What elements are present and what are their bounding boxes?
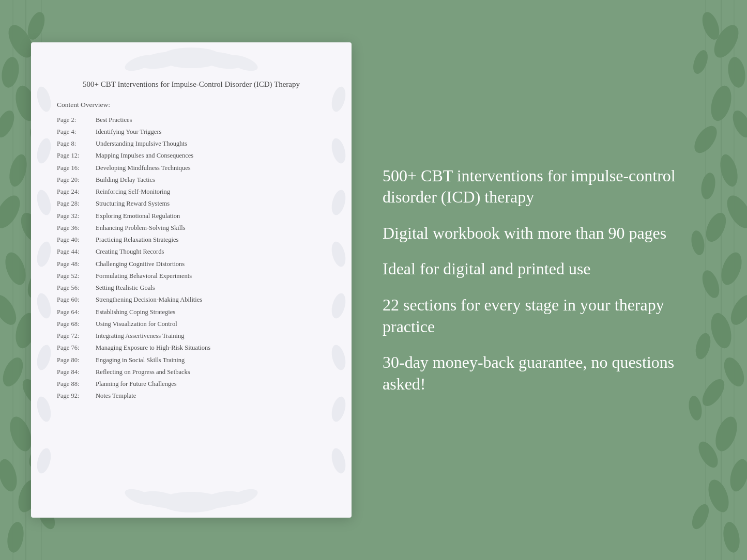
toc-page-title: Establishing Coping Strategies	[96, 307, 175, 318]
svg-point-60	[201, 49, 244, 71]
svg-point-81	[35, 447, 53, 475]
toc-page-title: Integrating Assertiveness Training	[96, 331, 185, 341]
toc-item: Page 40:Practicing Relaxation Strategies	[57, 234, 326, 246]
toc-page-title: Building Delay Tactics	[96, 175, 155, 185]
toc-page-number: Page 44:	[57, 246, 96, 257]
toc-item: Page 16:Developing Mindfulness Technique…	[57, 162, 326, 174]
svg-point-86	[329, 292, 348, 320]
toc-page-number: Page 72:	[57, 331, 96, 341]
toc-item: Page 4:Identifying Your Triggers	[57, 126, 326, 138]
toc-page-number: Page 64:	[57, 307, 96, 318]
toc-item: Page 84:Reflecting on Progress and Setba…	[57, 366, 326, 378]
toc-page-number: Page 56:	[57, 283, 96, 293]
content-overview-label: Content Overview:	[57, 101, 326, 109]
toc-page-title: Managing Exposure to High-Risk Situation…	[96, 343, 210, 353]
toc-page-title: Mapping Impulses and Consequences	[96, 150, 193, 161]
toc-page-title: Reinforcing Self-Monitoring	[96, 186, 170, 197]
toc-page-title: Exploring Emotional Regulation	[96, 211, 180, 222]
svg-point-69	[123, 487, 157, 508]
svg-point-62	[226, 52, 260, 73]
toc-page-title: Structuring Reward Systems	[96, 198, 170, 209]
toc-page-number: Page 28:	[57, 198, 96, 209]
toc-page-title: Identifying Your Triggers	[96, 127, 161, 137]
toc-item: Page 36:Enhancing Problem-Solving Skills	[57, 222, 326, 234]
svg-point-78	[35, 292, 53, 320]
toc-page-title: Creating Thought Records	[96, 246, 164, 257]
svg-point-73	[204, 502, 209, 507]
document-card: 500+ CBT Interventions for Impulse-Contr…	[31, 42, 352, 518]
toc-page-title: Strengthening Decision-Making Abilities	[96, 294, 202, 305]
toc-item: Page 88:Planning for Future Challenges	[57, 378, 326, 390]
svg-point-61	[123, 52, 157, 73]
document-title: 500+ CBT Interventions for Impulse-Contr…	[57, 79, 326, 90]
toc-page-number: Page 92:	[57, 391, 96, 401]
toc-page-title: Planning for Future Challenges	[96, 379, 177, 390]
svg-point-59	[139, 49, 182, 71]
toc-item: Page 56:Setting Realistic Goals	[57, 282, 326, 294]
svg-point-65	[204, 53, 209, 58]
toc-item: Page 20:Building Delay Tactics	[57, 174, 326, 186]
promo-item-5: 30-day money-back guarantee, no question…	[383, 352, 716, 395]
promo-item-1: 500+ CBT interventions for impulse-contr…	[383, 165, 716, 208]
toc-item: Page 52:Formulating Behavioral Experimen…	[57, 270, 326, 282]
svg-point-77	[35, 240, 53, 269]
doc-side-decoration-left	[31, 73, 57, 487]
toc-page-number: Page 36:	[57, 223, 96, 234]
toc-list: Page 2:Best PracticesPage 4:Identifying …	[57, 114, 326, 402]
promo-item-2: Digital workbook with more than 90 pages	[383, 223, 716, 244]
toc-item: Page 64:Establishing Coping Strategies	[57, 306, 326, 318]
toc-page-title: Setting Realistic Goals	[96, 283, 155, 293]
svg-point-76	[35, 189, 53, 217]
toc-item: Page 72:Integrating Assertiveness Traini…	[57, 330, 326, 342]
svg-point-66	[160, 492, 222, 512]
svg-point-84	[329, 189, 348, 217]
svg-point-89	[329, 447, 348, 475]
svg-point-67	[139, 488, 182, 510]
right-panel: 500+ CBT interventions for impulse-contr…	[383, 155, 716, 406]
toc-page-number: Page 4:	[57, 127, 96, 137]
promo-item-3: Ideal for digital and printed use	[383, 258, 716, 280]
toc-page-title: Notes Template	[96, 391, 136, 401]
toc-page-number: Page 60:	[57, 294, 96, 305]
toc-page-number: Page 20:	[57, 175, 96, 185]
toc-page-title: Best Practices	[96, 115, 132, 126]
toc-item: Page 2:Best Practices	[57, 114, 326, 126]
svg-point-72	[173, 502, 178, 507]
doc-bottom-decoration	[31, 487, 352, 518]
toc-page-number: Page 68:	[57, 319, 96, 330]
svg-point-79	[35, 344, 53, 372]
toc-page-title: Enhancing Problem-Solving Skills	[96, 223, 186, 234]
toc-item: Page 12:Mapping Impulses and Consequence…	[57, 150, 326, 162]
toc-page-title: Engaging in Social Skills Training	[96, 355, 185, 366]
doc-title-line1: 500+ CBT Interventions for	[83, 80, 170, 88]
toc-page-number: Page 52:	[57, 271, 96, 282]
toc-page-number: Page 8:	[57, 138, 96, 149]
svg-point-75	[35, 137, 53, 165]
svg-point-82	[329, 85, 348, 114]
svg-point-64	[173, 53, 178, 58]
svg-point-70	[226, 487, 260, 508]
svg-point-58	[160, 48, 222, 68]
svg-point-83	[329, 137, 348, 165]
toc-item: Page 76:Managing Exposure to High-Risk S…	[57, 342, 326, 354]
svg-point-85	[329, 240, 348, 269]
promo-item-4: 22 sections for every stage in your ther…	[383, 294, 716, 337]
svg-point-80	[35, 395, 53, 424]
svg-point-87	[329, 344, 348, 372]
doc-title-line2: Impulse-Control Disorder (ICD) Therapy	[172, 80, 300, 88]
toc-page-number: Page 84:	[57, 367, 96, 378]
toc-item: Page 32:Exploring Emotional Regulation	[57, 210, 326, 222]
toc-page-number: Page 76:	[57, 343, 96, 353]
toc-page-title: Using Visualization for Control	[96, 319, 177, 330]
toc-page-number: Page 2:	[57, 115, 96, 126]
toc-page-number: Page 16:	[57, 163, 96, 174]
toc-item: Page 68:Using Visualization for Control	[57, 318, 326, 330]
svg-point-88	[329, 395, 348, 424]
toc-page-number: Page 48:	[57, 259, 96, 270]
toc-item: Page 28:Structuring Reward Systems	[57, 198, 326, 210]
toc-item: Page 60:Strengthening Decision-Making Ab…	[57, 294, 326, 306]
toc-item: Page 80:Engaging in Social Skills Traini…	[57, 354, 326, 366]
toc-page-title: Developing Mindfulness Techniques	[96, 163, 191, 174]
toc-page-title: Reflecting on Progress and Setbacks	[96, 367, 190, 378]
toc-page-title: Challenging Cognitive Distortions	[96, 259, 185, 270]
